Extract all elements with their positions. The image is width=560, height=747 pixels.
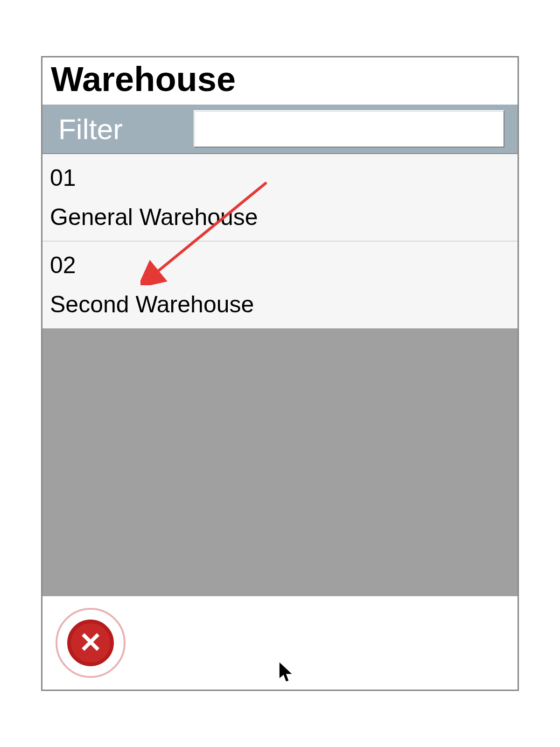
footer-bar: ✕ [42, 596, 518, 690]
item-name: Second Warehouse [50, 291, 510, 318]
close-button[interactable]: ✕ [56, 608, 126, 678]
item-name: General Warehouse [50, 204, 510, 231]
close-button-ring [56, 608, 126, 678]
filter-input[interactable] [194, 110, 504, 148]
list-item[interactable]: 01 General Warehouse [42, 154, 518, 241]
filter-bar: Filter [42, 105, 518, 153]
title-bar: Warehouse [42, 57, 518, 105]
filter-label: Filter [58, 113, 184, 146]
cursor-icon [278, 662, 294, 683]
page-title: Warehouse [51, 59, 509, 99]
list-item[interactable]: 02 Second Warehouse [42, 241, 518, 329]
canvas: Warehouse Filter 01 General Warehouse 02… [0, 0, 560, 747]
item-code: 01 [50, 164, 510, 191]
warehouse-panel: Warehouse Filter 01 General Warehouse 02… [41, 56, 519, 691]
item-code: 02 [50, 252, 510, 279]
warehouse-list: 01 General Warehouse 02 Second Warehouse [42, 153, 518, 596]
